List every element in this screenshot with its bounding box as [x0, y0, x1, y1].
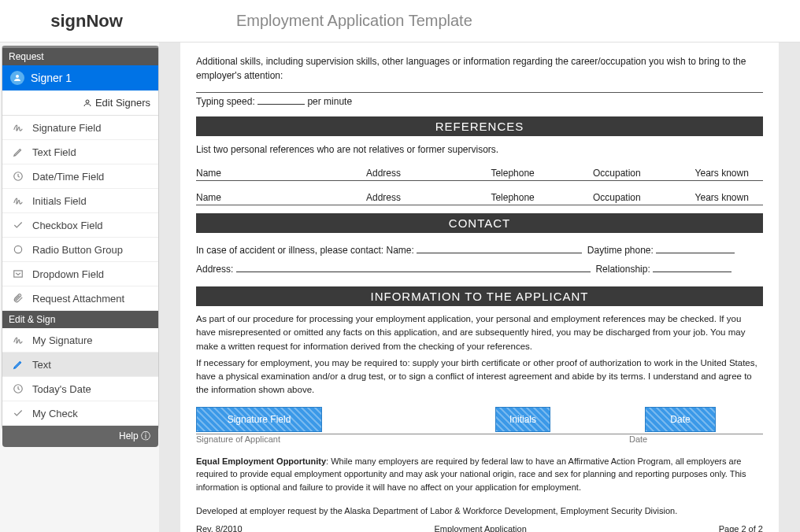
date-field-placeholder[interactable]: Date: [645, 407, 716, 432]
field-item-label: Text: [32, 359, 51, 371]
additional-skills-text: Additional skills, including supervision…: [196, 54, 763, 83]
editsign-section-header: Edit & Sign: [2, 311, 158, 328]
revision-text: Rev. 8/2010: [196, 524, 243, 533]
svg-point-0: [16, 75, 19, 78]
typing-speed-row: Typing speed: per minute: [196, 92, 763, 109]
app-logo: signNow: [0, 11, 173, 31]
field-item-label: Dropdown Field: [32, 268, 104, 280]
sig-under-label: Signature of Applicant: [196, 434, 338, 444]
references-header: REFERENCES: [196, 116, 763, 136]
field-item-label: Signature Field: [32, 122, 101, 134]
document-title: Employment Application Template: [173, 12, 472, 30]
info-header: INFORMATION TO THE APPLICANT: [196, 286, 763, 306]
reference-row-1: Name Address Telephone Occupation Years …: [196, 168, 763, 181]
pencil-icon: [12, 358, 24, 371]
signature-icon: [12, 121, 24, 134]
eeo-text: Equal Employment Opportunity: While many…: [196, 455, 763, 494]
developed-by-text: Developed at employer request by the Ala…: [196, 504, 763, 518]
clock-icon: [12, 170, 24, 183]
initials-icon: [12, 194, 24, 207]
reference-row-2: Name Address Telephone Occupation Years …: [196, 192, 763, 205]
svg-point-3: [14, 246, 21, 253]
field-item-request-attachment[interactable]: Request Attachment: [2, 286, 158, 311]
signer-label: Signer 1: [31, 72, 72, 84]
field-item-label: Today's Date: [32, 383, 91, 395]
request-section-header: Request: [2, 48, 158, 65]
field-item-label: Radio Button Group: [32, 244, 123, 256]
field-item-today-s-date[interactable]: Today's Date: [2, 377, 158, 401]
person-outline-icon: [83, 98, 92, 108]
person-icon: [10, 71, 24, 85]
document-viewport[interactable]: Additional skills, including supervision…: [159, 42, 800, 532]
field-item-initials-field[interactable]: Initials Field: [2, 189, 158, 213]
field-item-radio-button-group[interactable]: Radio Button Group: [2, 238, 158, 262]
contact-header: CONTACT: [196, 213, 763, 233]
pencil-icon: [12, 146, 24, 158]
field-item-text-field[interactable]: Text Field: [2, 140, 158, 164]
contact-line-1: In case of accident or illness, please c…: [196, 241, 763, 260]
field-item-signature-field[interactable]: Signature Field: [2, 116, 158, 140]
check-icon: [12, 407, 24, 419]
field-item-date-time-field[interactable]: Date/Time Field: [2, 164, 158, 189]
field-item-checkbox-field[interactable]: Checkbox Field: [2, 213, 158, 238]
attachment-icon: [12, 292, 24, 305]
edit-signers-button[interactable]: Edit Signers: [2, 91, 158, 116]
field-item-text[interactable]: Text: [2, 353, 158, 377]
date-under-label: Date: [629, 434, 647, 444]
field-item-my-signature[interactable]: My Signature: [2, 328, 158, 353]
field-item-my-check[interactable]: My Check: [2, 401, 158, 426]
info-paragraph-1: As part of our procedure for processing …: [196, 312, 763, 353]
footer-center-text: Employment Application: [434, 524, 526, 533]
signature-field-placeholder[interactable]: Signature Field: [196, 407, 322, 432]
page-footer: Rev. 8/2010 Employment Application Page …: [196, 524, 763, 533]
initials-field-placeholder[interactable]: Initials: [495, 407, 550, 432]
edit-signers-label: Edit Signers: [95, 97, 150, 109]
sidebar: Request Signer 1 Edit Signers Signature …: [2, 46, 159, 430]
field-item-label: Text Field: [32, 146, 76, 158]
signature-icon: [12, 334, 24, 346]
field-item-label: Initials Field: [32, 195, 87, 207]
dropdown-icon: [12, 268, 24, 280]
svg-point-1: [86, 100, 89, 103]
info-paragraph-2: If necessary for employment, you may be …: [196, 357, 763, 397]
radio-icon: [12, 243, 24, 256]
clock-icon: [12, 382, 24, 395]
svg-rect-4: [14, 271, 23, 277]
typing-speed-blank: [257, 104, 305, 105]
field-item-label: Checkbox Field: [32, 220, 103, 231]
field-item-label: Request Attachment: [32, 293, 124, 305]
contact-line-2: Address: Relationship:: [196, 260, 763, 279]
logo-sign: sign: [50, 11, 86, 31]
page-number: Page 2 of 2: [719, 524, 763, 533]
field-item-label: My Check: [32, 408, 78, 419]
field-item-label: My Signature: [32, 334, 93, 346]
field-item-label: Date/Time Field: [32, 171, 104, 183]
help-button[interactable]: Help ⓘ: [2, 426, 158, 447]
signature-row: Signature Field Initials Date: [196, 407, 763, 434]
info-icon: ⓘ: [141, 430, 150, 441]
app-header: signNow Employment Application Template: [0, 0, 800, 42]
document-page: Additional skills, including supervision…: [180, 42, 779, 532]
logo-now: Now: [86, 11, 122, 31]
signer-row[interactable]: Signer 1: [2, 65, 158, 91]
check-icon: [12, 219, 24, 231]
field-item-dropdown-field[interactable]: Dropdown Field: [2, 262, 158, 286]
references-intro: List two personal references who are not…: [196, 142, 763, 157]
